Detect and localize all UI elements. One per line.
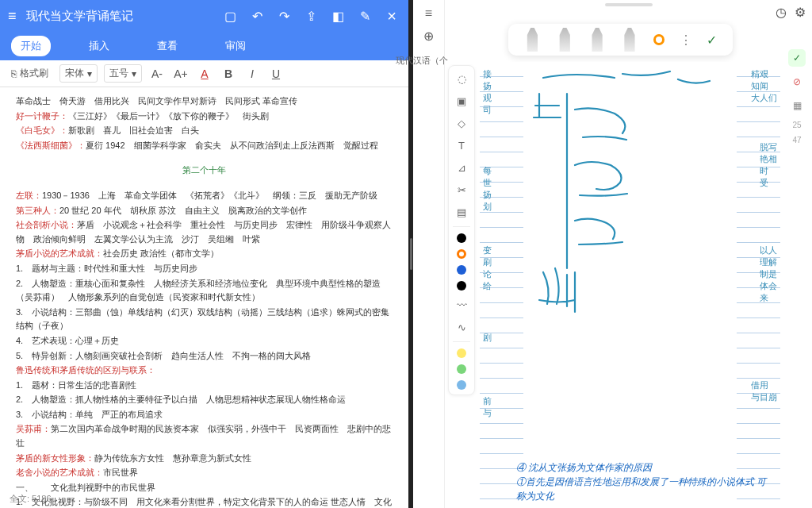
page-num-1: 25	[792, 121, 801, 129]
bottom-handwriting: ④ 沈从文张扬为文体作家的原因 ①首先是因借语言性地运用和发展了一种特殊的小说体…	[516, 460, 772, 503]
line-tool[interactable]: ∿	[454, 319, 469, 335]
pen-3[interactable]	[588, 28, 606, 52]
ribbon-tabs: 开始 插入 查看 审阅	[0, 32, 408, 60]
format-toolbar: ⎘ 格式刷 宋体 ▾ 五号 ▾ A- A+ A B I U	[0, 60, 408, 87]
image-tool[interactable]: ▣	[454, 93, 469, 109]
lasso-tool[interactable]: ◌	[454, 71, 469, 87]
menu-icon[interactable]: ≡	[425, 6, 432, 21]
tab-review[interactable]: 审阅	[216, 36, 255, 56]
tab-insert[interactable]: 插入	[79, 36, 119, 56]
handwriting-svg	[527, 62, 749, 443]
redo-icon[interactable]: ↷	[275, 9, 293, 24]
settings-icon[interactable]: ⚙	[795, 5, 806, 20]
document-title: 现代当文学背诵笔记	[26, 9, 212, 24]
left-margin-notes: 接扬观司 每世扬划 变刷论给 剧 前与	[480, 62, 523, 508]
color-dark[interactable]	[457, 281, 466, 291]
more-icon[interactable]: ⋮	[680, 33, 692, 48]
share-icon[interactable]: ⇪	[302, 9, 320, 24]
page-num-2: 47	[792, 136, 801, 144]
shape-tool[interactable]: ◇	[454, 115, 469, 131]
layout-icon[interactable]: ◧	[329, 9, 347, 24]
pen-2[interactable]	[556, 28, 573, 52]
word-processor-app: ≡ 现代当文学背诵笔记 ▢ ↶ ↷ ⇪ ◧ ✎ × 开始 插入 查看 审阅 ⎘ …	[0, 0, 408, 508]
save-icon[interactable]: ▢	[221, 9, 239, 24]
ruler-tool[interactable]: ⊿	[454, 160, 469, 175]
edit-icon[interactable]: ✎	[356, 9, 373, 24]
text-tool[interactable]: T	[454, 137, 469, 153]
font-select[interactable]: 宋体 ▾	[59, 64, 98, 83]
font-color-button[interactable]: A	[196, 67, 213, 80]
pen-4[interactable]	[621, 28, 638, 52]
titlebar: ≡ 现代当文学背诵笔记 ▢ ↶ ↷ ⇪ ◧ ✎ ×	[0, 0, 408, 32]
font-decrease-button[interactable]: A-	[148, 67, 166, 80]
underline-button[interactable]: U	[267, 67, 285, 80]
clock-icon[interactable]: ◷	[776, 5, 787, 20]
color-black[interactable]	[457, 233, 466, 243]
eraser-tool[interactable]: ⊘	[788, 73, 806, 90]
close-icon[interactable]: ×	[383, 7, 400, 25]
confirm-icon[interactable]: ✓	[707, 33, 717, 48]
pen-1[interactable]	[523, 28, 541, 52]
status-bar: 全文: 5186	[10, 493, 52, 505]
color-orange[interactable]	[457, 249, 466, 259]
tab-start[interactable]: 开始	[11, 36, 51, 56]
note-canvas[interactable]: ◌ ▣ ◇ T ⊿ ✂ ▤ 〰 ∿ 接扬观司	[445, 62, 780, 508]
grid-tool[interactable]: ▦	[788, 97, 806, 114]
size-select[interactable]: 五号 ▾	[104, 64, 142, 83]
tab-view[interactable]: 查看	[147, 36, 187, 56]
drawing-tools: ◌ ▣ ◇ T ⊿ ✂ ▤ 〰 ∿	[448, 65, 475, 395]
notes-main: ◷ ⚙ ⋮ ✓ ✓ ⊘ ▦ 25 47 ◌ ▣ ◇ T ⊿	[445, 0, 812, 508]
italic-button[interactable]: I	[243, 67, 261, 80]
check-tool[interactable]: ✓	[788, 49, 806, 67]
undo-icon[interactable]: ↶	[248, 9, 266, 24]
bold-button[interactable]: B	[220, 67, 237, 80]
layers-tool[interactable]: ▤	[454, 204, 469, 220]
hamburger-icon[interactable]: ≡	[8, 8, 17, 25]
globe-icon[interactable]: ⊕	[423, 29, 434, 44]
font-increase-button[interactable]: A+	[172, 67, 190, 80]
right-tool-rail: ✓ ⊘ ▦ 25 47	[785, 49, 809, 151]
wave-tool[interactable]: 〰	[454, 297, 469, 313]
color-picker[interactable]	[653, 34, 665, 45]
notes-app: ≡ ⊕ 现代汉语（个人... ◷ ⚙ ⋮ ✓ ✓ ⊘ ▦ 25 47	[413, 0, 812, 508]
hl-yellow[interactable]	[457, 348, 466, 358]
pen-toolbar: ⋮ ✓	[508, 24, 733, 56]
hl-green[interactable]	[457, 364, 466, 374]
notes-sidebar: ≡ ⊕ 现代汉语（个人...	[413, 0, 445, 508]
format-painter-button[interactable]: ⎘ 格式刷	[6, 65, 53, 82]
color-blue[interactable]	[457, 265, 466, 275]
drag-pill[interactable]	[605, 3, 653, 6]
document-body[interactable]: 革命战士 倚天游 借用比兴 民间文学作早对新诗 民间形式 革命宣传 好一计鞭子：…	[0, 87, 408, 508]
paper: 接扬观司 每世扬划 变刷论给 剧 前与 精艰知闻大人们 脱写艳相时受 以人理解制…	[480, 62, 780, 508]
hl-blue[interactable]	[457, 380, 466, 390]
scissors-tool[interactable]: ✂	[454, 182, 469, 198]
